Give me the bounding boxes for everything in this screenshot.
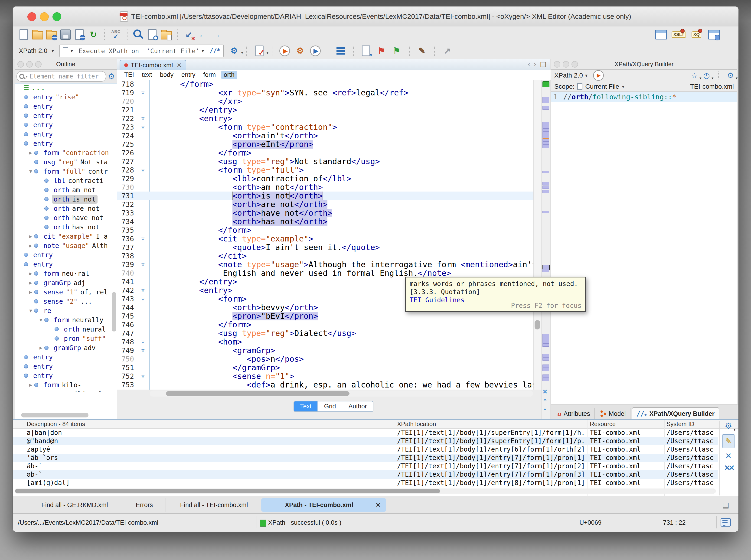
debug-xquery-icon[interactable]: XQ <box>691 29 702 40</box>
result-marker[interactable] <box>542 364 549 368</box>
scrollbar-thumb[interactable] <box>166 391 350 396</box>
outline-item[interactable]: pron"suff" <box>15 334 111 343</box>
result-marker[interactable] <box>542 145 549 148</box>
navigate-forward-icon[interactable]: → <box>211 29 222 40</box>
xml-refactoring-icon[interactable]: » <box>360 45 372 57</box>
configure-transformation-icon[interactable]: ⚙ <box>294 45 306 57</box>
result-marker[interactable] <box>542 97 549 100</box>
code-line-724[interactable]: 724 <orth>ain't</orth> <box>117 132 550 140</box>
code-line-740[interactable]: 740 English and never used in formal Eng… <box>117 269 550 277</box>
outline-item[interactable]: ▼re <box>15 306 111 315</box>
builder-tab-xpath-xquery-builder[interactable]: //★XPath/XQuery Builder <box>632 407 719 420</box>
code-line-722[interactable]: 722▽ <entry> <box>117 114 550 123</box>
builder-tab-attributes[interactable]: aAttributes <box>553 408 595 420</box>
outline-item[interactable]: entry <box>15 139 111 148</box>
outline-item[interactable]: orthis not <box>15 195 111 204</box>
resource-column-header[interactable]: Resource <box>590 420 616 428</box>
outline-item[interactable]: ortham not <box>15 185 111 195</box>
breadcrumb-item-body[interactable]: body <box>160 71 174 78</box>
outline-item[interactable]: orthare not <box>15 204 111 213</box>
code-line-751[interactable]: 751 </gramGrp> <box>117 363 550 372</box>
result-marker[interactable] <box>542 122 549 125</box>
element-filter-input[interactable] <box>29 73 103 80</box>
code-line-725[interactable]: 725 <pron>eInt</pron> <box>117 140 550 148</box>
execute-xpath-icon[interactable] <box>593 70 604 81</box>
xpath-settings-icon[interactable]: ⚙▾ <box>228 45 240 57</box>
tab-list-icon[interactable]: ▤ <box>540 60 547 68</box>
view-tab-find-all-tei-combo-xml[interactable]: Find all - TEI-combo.xml <box>158 498 271 512</box>
result-row[interactable]: äb-`/TEI[1]/text[1]/body[1]/entry[7]/for… <box>13 462 718 471</box>
outline-item[interactable]: entry"rise" <box>15 93 111 102</box>
outline-item[interactable]: ▶form"contraction <box>15 148 111 157</box>
outline-item[interactable]: orthhave not <box>15 213 111 222</box>
result-marker[interactable] <box>542 354 549 357</box>
favorites-star-icon[interactable]: ☆ <box>691 71 698 80</box>
outline-item[interactable]: ... <box>15 83 111 93</box>
code-line-753[interactable]: 753 <def>a drink, esp. an alcoholic one:… <box>117 381 550 389</box>
code-line-752[interactable]: 752▽ <sense n="1"> <box>117 372 550 381</box>
close-view-icon[interactable]: ✕ <box>376 501 381 509</box>
outline-item[interactable]: entry <box>15 371 111 380</box>
outline-horizontal-scrollbar[interactable] <box>21 413 88 417</box>
editor-horizontal-scrollbar[interactable] <box>150 391 533 397</box>
result-marker[interactable] <box>542 368 549 371</box>
result-marker[interactable] <box>542 100 549 103</box>
go-to-last-modification-icon[interactable]: ↙ <box>183 29 195 40</box>
navigate-back-icon[interactable]: ← <box>197 29 209 40</box>
view-tab-find-all-ge-rkmd-xml[interactable]: Find all - GE.RKMD.xml <box>17 498 132 512</box>
code-line-733[interactable]: 733 <orth>have not</orth> <box>117 209 550 217</box>
overview-ruler[interactable]: ✕ ⌃ ⌄ <box>541 80 550 419</box>
outline-item[interactable]: entry <box>15 111 111 120</box>
mode-text-button[interactable]: Text <box>294 401 318 412</box>
fold-icon[interactable]: ▽ <box>141 338 149 346</box>
outline-item[interactable]: ▶formkilo- <box>15 380 111 389</box>
remove-result-icon[interactable]: ✕ <box>726 451 732 460</box>
apply-transformation-icon[interactable] <box>279 45 291 57</box>
outline-item[interactable]: ▼form"full"contr <box>15 167 111 176</box>
expand-icon[interactable]: ▶ <box>27 271 34 276</box>
remove-all-results-icon[interactable]: ✕✕ <box>724 463 733 472</box>
outline-item[interactable]: orthneural <box>15 325 111 334</box>
outline-item[interactable]: sense"2"... <box>15 297 111 306</box>
outline-item[interactable]: ▶gramGrpadv <box>15 343 111 353</box>
result-marker[interactable] <box>542 132 549 135</box>
result-marker[interactable] <box>542 106 549 109</box>
expand-icon[interactable]: ▶ <box>27 150 34 156</box>
outline-item[interactable]: lblcontracti <box>15 176 111 185</box>
xpath-version-dropdown[interactable]: XPath 2.0 <box>19 47 47 55</box>
debug-xslt-icon[interactable]: XSLT <box>673 29 685 40</box>
result-row[interactable]: [ami(g)dal]/TEI[1]/text[1]/body[1]/entry… <box>13 479 718 487</box>
code-line-723[interactable]: 723▽ <form type="contraction"> <box>117 123 550 132</box>
execute-xpath-combo[interactable]: ▾ Execute XPath on 'Current File' ▾ //* <box>59 45 224 57</box>
results-settings-icon[interactable]: ⚙ <box>725 421 732 431</box>
result-row[interactable]: @"band@n/TEI[1]/text[1]/body[1]/superEnt… <box>13 437 718 445</box>
find-replace-in-files-icon[interactable] <box>160 29 172 40</box>
mode-author-button[interactable]: Author <box>342 401 373 412</box>
code-line-747[interactable]: 747 <usg type="reg">Dialect</usg> <box>117 329 550 338</box>
results-horizontal-scrollbar[interactable] <box>15 488 716 494</box>
editor-vertical-scrollbar[interactable] <box>533 80 541 389</box>
result-marker[interactable] <box>542 269 549 272</box>
scroll-tabs-right-icon[interactable]: › <box>534 60 536 68</box>
code-line-739[interactable]: 739▽ <note type="usage">Although the int… <box>117 260 550 269</box>
result-marker[interactable] <box>542 190 549 193</box>
external-link-icon[interactable]: ↗ <box>441 45 453 57</box>
clear-highlights-icon[interactable]: ✕ <box>542 389 548 395</box>
description-column-header[interactable]: Description - 84 items <box>27 420 85 428</box>
result-marker[interactable] <box>542 128 549 132</box>
system-id-column-header[interactable]: System ID <box>667 420 694 428</box>
result-marker[interactable] <box>542 357 549 361</box>
code-line-749[interactable]: 749▽ <gramGrp> <box>117 346 550 355</box>
result-marker[interactable] <box>542 185 549 189</box>
code-line-746[interactable]: 746 </form> <box>117 320 550 329</box>
mode-grid-button[interactable]: Grid <box>317 401 342 412</box>
breadcrumb-item-orth[interactable]: orth <box>221 71 237 79</box>
view-list-icon[interactable]: ▤ <box>722 501 729 509</box>
scrollbar-thumb[interactable] <box>15 489 440 493</box>
code-line-736[interactable]: 736▽ <cit type="example"> <box>117 235 550 243</box>
fold-icon[interactable]: ▽ <box>141 114 149 123</box>
code-line-728[interactable]: 728▽ <form type="full"> <box>117 166 550 174</box>
outline-item[interactable]: entry <box>15 260 111 269</box>
scope-dropdown[interactable]: Current File <box>585 83 619 90</box>
save-to-url-icon[interactable] <box>74 29 85 40</box>
